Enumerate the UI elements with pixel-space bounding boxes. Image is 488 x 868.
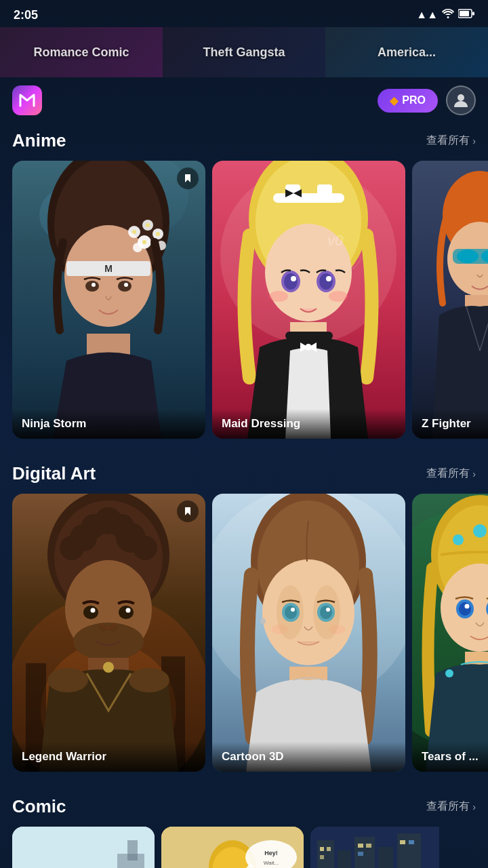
digital-art-title: Digital Art (12, 463, 96, 484)
legend-bookmark[interactable] (177, 500, 199, 522)
card-maid-dressing[interactable]: ♡3 (212, 161, 405, 439)
comic-view-all[interactable]: 查看所有 › (426, 800, 476, 814)
svg-point-42 (269, 291, 288, 302)
svg-text:Wait...: Wait... (264, 860, 279, 866)
z-fighter-label: Z Fighter (412, 409, 488, 439)
digital-art-cards-row: Legend Warrior (0, 494, 488, 772)
ninja-storm-label: Ninja Storm (12, 409, 205, 439)
svg-point-103 (453, 534, 464, 545)
svg-rect-151 (397, 833, 421, 868)
diamond-icon: ◆ (390, 94, 398, 107)
svg-point-75 (119, 606, 134, 619)
signal-icon: ▲▲ (416, 9, 438, 21)
tears-label: Tears of ... (412, 742, 488, 772)
banner-item-3[interactable]: America... (325, 27, 488, 77)
svg-point-93 (320, 606, 332, 619)
pro-label: PRO (402, 94, 426, 106)
anime-view-all[interactable]: 查看所有 › (426, 134, 476, 148)
status-bar: 2:05 ▲▲ (0, 0, 488, 27)
card-z-fighter[interactable]: STORE (412, 161, 488, 439)
svg-point-82 (129, 668, 169, 692)
svg-rect-155 (358, 844, 363, 848)
svg-point-71 (133, 536, 157, 560)
svg-rect-150 (378, 847, 393, 868)
svg-point-83 (103, 662, 114, 673)
svg-rect-156 (366, 844, 371, 848)
top-banner: Romance Comic Theft Gangsta America... (0, 27, 488, 77)
svg-point-43 (329, 291, 348, 302)
svg-point-24 (146, 223, 150, 227)
section-anime: Anime 查看所有 › M (0, 122, 488, 439)
svg-rect-157 (358, 852, 363, 856)
svg-point-55 (457, 250, 479, 263)
svg-point-40 (291, 276, 296, 281)
cartoon-3d-label: Cartoon 3D (212, 742, 405, 772)
svg-point-98 (329, 625, 345, 634)
card-comic-3[interactable] (310, 827, 439, 868)
card-comic-1[interactable] (12, 827, 155, 868)
app-logo (12, 85, 42, 115)
svg-text:Hey!: Hey! (264, 850, 278, 856)
card-comic-2[interactable]: Hey! Wait... (161, 827, 304, 868)
svg-point-13 (92, 283, 96, 287)
banner-item-1[interactable]: Romance Comic (0, 27, 163, 77)
svg-rect-148 (338, 850, 351, 868)
svg-point-92 (285, 606, 297, 619)
chevron-right-icon-3: › (472, 802, 476, 812)
wifi-icon (442, 9, 454, 21)
svg-point-23 (156, 232, 160, 236)
svg-point-3 (458, 94, 464, 101)
svg-rect-149 (354, 837, 375, 868)
svg-text:v0: v0 (327, 232, 344, 249)
svg-point-78 (99, 625, 108, 631)
status-time: 2:05 (14, 8, 38, 22)
svg-point-96 (260, 618, 266, 624)
comic-title: Comic (12, 796, 66, 817)
card-tears[interactable]: Tears of ... (412, 494, 488, 772)
svg-point-19 (133, 243, 142, 252)
svg-point-77 (126, 608, 131, 613)
status-icons: ▲▲ (416, 9, 474, 21)
svg-point-111 (465, 604, 470, 609)
maid-dressing-label: Maid Dressing (212, 409, 405, 439)
battery-icon (458, 9, 474, 21)
svg-point-70 (60, 536, 84, 560)
svg-point-105 (473, 524, 487, 538)
svg-rect-147 (317, 840, 334, 868)
chevron-right-icon-2: › (472, 469, 476, 479)
svg-rect-30 (273, 193, 344, 203)
section-digital-art: Digital Art 查看所有 › (0, 455, 488, 772)
digital-art-view-all[interactable]: 查看所有 › (426, 467, 476, 481)
header: ◆ PRO (0, 79, 488, 122)
comic-view-all-label: 查看所有 (426, 800, 470, 814)
svg-point-76 (91, 608, 96, 613)
card-legend-warrior[interactable]: Legend Warrior (12, 494, 205, 772)
svg-text:M: M (104, 263, 113, 274)
svg-point-81 (47, 668, 88, 692)
banner-item-2[interactable]: Theft Gangsta (163, 27, 325, 77)
svg-point-69 (95, 507, 122, 534)
svg-point-14 (124, 283, 128, 287)
pro-badge-button[interactable]: ◆ PRO (378, 89, 438, 113)
legend-warrior-label: Legend Warrior (12, 742, 205, 772)
section-comic: Comic 查看所有 › (0, 788, 488, 868)
svg-point-79 (108, 625, 118, 631)
svg-point-21 (142, 240, 146, 244)
svg-rect-1 (460, 11, 469, 16)
logo-container (12, 85, 42, 115)
anime-section-header: Anime 查看所有 › (0, 122, 488, 161)
comic-cards-row: Hey! Wait... (0, 827, 488, 868)
svg-point-97 (272, 625, 288, 634)
svg-point-114 (445, 669, 453, 677)
svg-point-39 (319, 273, 333, 290)
card-ninja-storm[interactable]: M (12, 161, 205, 439)
svg-rect-32 (317, 184, 332, 199)
avatar-button[interactable] (446, 85, 476, 115)
svg-rect-133 (127, 840, 138, 861)
ninja-bookmark[interactable] (177, 167, 199, 189)
svg-point-95 (326, 608, 330, 612)
card-cartoon-3d[interactable]: Cartoon 3D (212, 494, 405, 772)
comic-section-header: Comic 查看所有 › (0, 788, 488, 827)
svg-rect-159 (409, 840, 414, 844)
svg-point-48 (305, 344, 312, 351)
